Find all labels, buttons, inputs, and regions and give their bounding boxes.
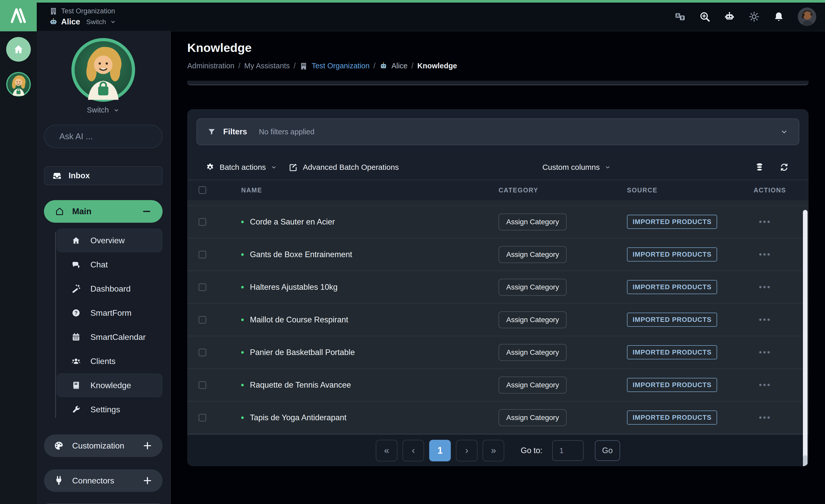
table-row[interactable]: Gants de Boxe Entrainement Assign Catego… <box>187 238 809 271</box>
data-stack-icon[interactable] <box>755 162 764 172</box>
select-all-checkbox[interactable] <box>199 186 206 194</box>
partially-scrolled-row <box>187 200 809 206</box>
sidebar-section-connectors[interactable]: Connectors <box>44 469 163 492</box>
goto-page-go-button[interactable]: Go <box>595 440 620 461</box>
row-name[interactable]: Maillot de Course Respirant <box>250 315 348 325</box>
row-actions-menu-button[interactable] <box>757 283 772 291</box>
row-checkbox[interactable] <box>199 381 206 389</box>
filters-status: No filters applied <box>259 128 314 136</box>
main-content: Knowledge Administration / My Assistants… <box>171 31 825 504</box>
table-row[interactable]: Corde a Sauter en Acier Assign Category … <box>187 206 809 238</box>
assign-category-button[interactable]: Assign Category <box>499 213 567 230</box>
column-header-source[interactable]: SOURCE <box>627 187 749 194</box>
assign-category-button[interactable]: Assign Category <box>499 246 567 263</box>
sidebar-item-chat[interactable]: Chat <box>57 253 163 277</box>
row-checkbox[interactable] <box>199 218 206 226</box>
advanced-batch-operations-button[interactable]: Advanced Batch Operations <box>288 162 399 172</box>
batch-actions-button[interactable]: Batch actions <box>205 162 277 172</box>
user-avatar[interactable] <box>798 7 816 26</box>
row-checkbox[interactable] <box>199 414 206 422</box>
sidebar-item-knowledge[interactable]: Knowledge <box>57 373 163 398</box>
row-name[interactable]: Gants de Boxe Entrainement <box>250 250 352 259</box>
ask-ai-search[interactable] <box>44 125 163 148</box>
row-actions-menu-button[interactable] <box>757 316 772 323</box>
question-circle-icon: ? <box>71 308 81 317</box>
table-row[interactable]: Tapis de Yoga Antiderapant Assign Catego… <box>187 402 809 434</box>
sidebar-item-smartcalendar[interactable]: SmartCalendar <box>57 325 163 349</box>
notifications-bell-icon[interactable] <box>773 11 784 22</box>
rail-home-button[interactable] <box>6 37 31 62</box>
row-actions-menu-button[interactable] <box>757 251 772 258</box>
sidebar-switch-button[interactable]: Switch <box>44 106 163 114</box>
assistant-robot-icon[interactable] <box>724 11 735 22</box>
table-scrollbar-thumb[interactable] <box>803 455 808 466</box>
building-icon <box>49 7 58 15</box>
row-actions-menu-button[interactable] <box>757 218 772 225</box>
assign-category-button[interactable]: Assign Category <box>499 409 567 426</box>
theme-sun-icon[interactable] <box>748 11 760 22</box>
table-row[interactable]: Halteres Ajustables 10kg Assign Category… <box>187 271 809 304</box>
assign-category-button[interactable]: Assign Category <box>499 344 567 361</box>
pagination-page-1-button[interactable]: 1 <box>429 440 451 461</box>
topbar-context: Test Organization Alice Switch <box>49 7 117 26</box>
custom-columns-button[interactable]: Custom columns <box>542 163 611 171</box>
sidebar-section-customization[interactable]: Customization <box>44 434 163 457</box>
sidebar-inbox-button[interactable]: Inbox <box>44 166 163 185</box>
breadcrumb-assistant[interactable]: Alice <box>391 62 407 70</box>
breadcrumb-organization[interactable]: Test Organization <box>312 62 370 70</box>
row-checkbox[interactable] <box>199 316 206 324</box>
breadcrumb: Administration / My Assistants / Test Or… <box>187 62 457 70</box>
row-name[interactable]: Raquette de Tennis Avancee <box>250 380 351 390</box>
row-actions-menu-button[interactable] <box>757 349 772 356</box>
goto-page-input[interactable] <box>552 440 584 461</box>
sidebar-item-dashboard[interactable]: Dashboard <box>57 277 163 301</box>
collapse-minus-icon[interactable] <box>142 206 152 217</box>
row-name[interactable]: Tapis de Yoga Antiderapant <box>250 413 347 422</box>
zoom-search-icon[interactable] <box>699 11 710 22</box>
assign-category-button[interactable]: Assign Category <box>499 377 567 393</box>
row-name[interactable]: Corde a Sauter en Acier <box>250 217 335 227</box>
breadcrumb-my-assistants[interactable]: My Assistants <box>244 62 290 70</box>
table-scrollbar-track[interactable] <box>803 210 808 466</box>
advanced-batch-label: Advanced Batch Operations <box>303 163 399 171</box>
row-actions-menu-button[interactable] <box>757 381 772 389</box>
sidebar-item-overview[interactable]: Overview <box>57 228 163 253</box>
refresh-icon[interactable] <box>779 162 789 172</box>
row-checkbox[interactable] <box>199 349 206 356</box>
table-row[interactable]: Raquette de Tennis Avancee Assign Catego… <box>187 369 809 402</box>
pagination-first-button[interactable]: « <box>376 440 397 461</box>
expand-plus-icon[interactable] <box>142 475 153 486</box>
assign-category-button[interactable]: Assign Category <box>499 311 567 328</box>
table-row[interactable]: Panier de Basketball Portable Assign Cat… <box>187 336 809 369</box>
assign-category-button[interactable]: Assign Category <box>499 279 567 296</box>
source-badge: IMPORTED PRODUCTS <box>627 215 717 229</box>
pagination-last-button[interactable]: » <box>482 440 504 461</box>
row-checkbox[interactable] <box>199 283 206 291</box>
pagination-next-button[interactable]: › <box>456 440 477 461</box>
breadcrumb-administration[interactable]: Administration <box>187 62 234 70</box>
sidebar-item-label: Dashboard <box>90 284 131 294</box>
translate-icon[interactable]: A <box>674 11 686 22</box>
column-header-category[interactable]: CATEGORY <box>499 187 627 194</box>
status-dot <box>241 221 244 223</box>
table-row[interactable]: Maillot de Course Respirant Assign Categ… <box>187 304 809 336</box>
row-name[interactable]: Halteres Ajustables 10kg <box>250 283 338 292</box>
app-logo[interactable] <box>0 0 37 31</box>
rail-assistant-avatar[interactable] <box>6 72 31 96</box>
assistant-avatar[interactable] <box>71 38 135 102</box>
sidebar-section-main[interactable]: Main <box>44 200 163 223</box>
row-actions-menu-button[interactable] <box>757 414 772 421</box>
row-name[interactable]: Panier de Basketball Portable <box>250 348 355 357</box>
sidebar-item-clients[interactable]: Clients <box>57 349 163 373</box>
pagination-prev-button[interactable]: ‹ <box>402 440 424 461</box>
sidebar-item-settings[interactable]: Settings <box>57 398 163 422</box>
assistant-switcher[interactable]: Alice Switch <box>49 17 117 26</box>
row-checkbox[interactable] <box>199 251 206 259</box>
ask-ai-input[interactable] <box>59 132 168 141</box>
column-header-name[interactable]: NAME <box>232 187 499 194</box>
chevron-down-icon[interactable] <box>780 127 789 136</box>
filters-accordion[interactable]: Filters No filters applied <box>197 119 799 145</box>
sidebar-item-smartform[interactable]: ? SmartForm <box>57 301 163 325</box>
expand-plus-icon[interactable] <box>142 440 153 451</box>
topbar: Test Organization Alice Switch <box>0 3 825 31</box>
